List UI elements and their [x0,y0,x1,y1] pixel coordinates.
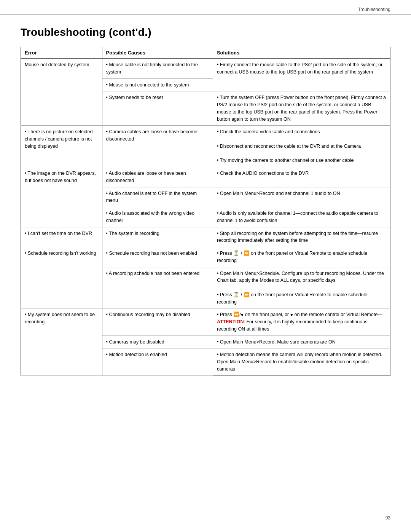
cause-cell: • A recording schedule has not been ente… [102,267,213,308]
cause-cell: • Continuous recording may be disabled [102,308,213,335]
solution-cell: • Turn the system OFF (press Power butto… [213,91,390,126]
table-row: • Schedule recording isn't working • Sch… [21,247,390,267]
page-footer: 93 [386,515,390,521]
solution-cell: • Press ⏪/● on the front panel, or ● on … [213,308,390,335]
page-number: 93 [386,515,390,521]
solution-cell: • Open Main Menu>Schedule. Configure up … [213,267,390,308]
table-row: • The image on the DVR appears, but does… [21,167,390,187]
troubleshooting-table: Error Possible Causes Solutions Mouse no… [21,47,390,376]
solution-cell: • Open Main Menu>Record. Make sure camer… [213,335,390,348]
page-title: Troubleshooting (cont'd.) [21,26,390,38]
col-error: Error [21,47,102,59]
solution-cell: • Audio is only available for channel 1—… [213,207,390,227]
cause-cell: • System needs to be reset [102,91,213,126]
solution-cell: • Check the AUDIO connections to the DVR [213,167,390,187]
error-cell: • Schedule recording isn't working [21,247,102,308]
table-row: • My system does not seem to be recordin… [21,308,390,335]
cause-cell: • Mouse is not connected to the system [102,78,213,91]
cause-cell: • Schedule recording has not been enable… [102,247,213,267]
error-cell: • My system does not seem to be recordin… [21,308,102,375]
cause-cell: • Audio cables are loose or have been di… [102,167,213,187]
cause-cell: • Motion detection is enabled [102,348,213,375]
table-row: Mouse not detected by system • Mouse cab… [21,59,390,79]
error-cell: • The image on the DVR appears, but does… [21,167,102,227]
solution-cell: • Press ⏳ / ⏩ on the front panel or Virt… [213,247,390,267]
error-cell: • I can't set the time on the DVR [21,227,102,247]
cause-cell: • Audio is associated with the wrong vid… [102,207,213,227]
solution-cell: • Open Main Menu>Record and set channel … [213,187,390,207]
table-row: • I can't set the time on the DVR • The … [21,227,390,247]
table-header-row: Error Possible Causes Solutions [21,47,390,59]
page-header: Troubleshooting [0,0,411,15]
col-solutions: Solutions [213,47,390,59]
cause-cell: • Camera cables are loose or have become… [102,126,213,167]
cause-cell: • Audio channel is set to OFF in the sys… [102,187,213,207]
solution-cell: • Motion detection means the camera will… [213,348,390,375]
page-content: Troubleshooting (cont'd.) Error Possible… [0,15,411,399]
table-row: • There is no picture on selected channe… [21,126,390,167]
solution-cell: • Firmly connect the mouse cable to the … [213,59,390,91]
error-cell: • There is no picture on selected channe… [21,126,102,167]
cause-cell: • Cameras may be disabled [102,335,213,348]
solution-cell: • Check the camera video cable and conne… [213,126,390,167]
header-text: Troubleshooting [358,7,390,12]
col-causes: Possible Causes [102,47,213,59]
solution-cell: • Stop all recording on the system befor… [213,227,390,247]
cause-cell: • Mouse cable is not firmly connected to… [102,59,213,79]
error-cell: Mouse not detected by system [21,59,102,126]
page-footer-line [21,509,390,509]
cause-cell: • The system is recording [102,227,213,247]
